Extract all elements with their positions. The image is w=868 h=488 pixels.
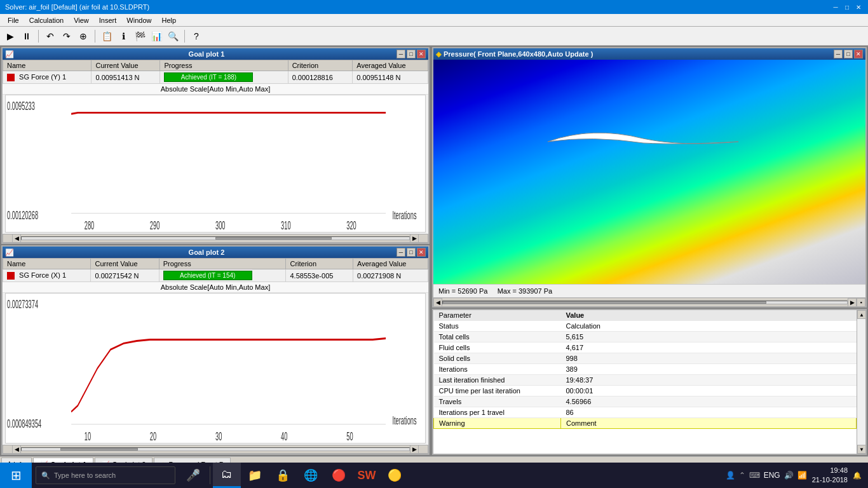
goal-plot-1-close[interactable]: ✕ <box>417 50 426 58</box>
goal-plot-2-window: 📈 Goal plot 2 ─ □ ✕ Name Current Value P… <box>1 245 430 455</box>
chart-2-svg: 0.00273374 0.000849354 Iterations 10 20 … <box>6 294 425 443</box>
info-value-iterations: 389 <box>561 364 857 375</box>
goal-plot-2-close[interactable]: ✕ <box>417 248 426 257</box>
taskbar-sw-button[interactable]: SW <box>353 463 381 488</box>
menu-help[interactable]: Help <box>156 15 181 25</box>
pressure-scroll-left[interactable]: ◀ <box>433 298 442 307</box>
menu-view[interactable]: View <box>69 15 94 25</box>
taskbar-left: ⊞ 🔍 Type here to search 🎤 🗂 📁 🔒 🌐 🔴 SW 🟡 <box>0 463 409 488</box>
col2-name: Name <box>3 259 91 269</box>
right-panel: ◈ Pressure( Front Plane,640x480,Auto Upd… <box>431 46 868 456</box>
goal-plot-1-minimize[interactable]: ─ <box>397 50 405 58</box>
info-param-solidcells: Solid cells <box>434 353 561 364</box>
svg-text:0.000849354: 0.000849354 <box>7 417 41 430</box>
col2-criterion: Criterion <box>286 259 353 269</box>
pressure-title-bar: ◈ Pressure( Front Plane,640x480,Auto Upd… <box>433 48 865 60</box>
goal-1-criterion: 0.000128816 <box>288 71 353 84</box>
menu-calculation[interactable]: Calculation <box>24 15 69 25</box>
pause-button[interactable]: ⏸ <box>19 29 34 44</box>
chevron-up-icon[interactable]: ⌃ <box>739 471 745 480</box>
close-button[interactable]: ✕ <box>854 3 863 11</box>
main-content: 📈 Goal plot 1 ─ □ ✕ Name Current Value P… <box>0 46 868 456</box>
pressure-controls: ─ □ ✕ <box>834 50 863 58</box>
undo-button[interactable]: ↶ <box>43 29 58 44</box>
scroll-left-2[interactable]: ◀ <box>12 445 21 454</box>
menu-insert[interactable]: Insert <box>94 15 122 25</box>
goal-1-progress: Achieved (IT = 188) <box>160 71 288 84</box>
goal-plot-1-maximize[interactable]: □ <box>407 50 416 58</box>
info-button[interactable]: ℹ <box>116 29 131 44</box>
info-table-vscrollbar[interactable]: ▲ ▼ <box>857 310 865 454</box>
goal-plot-2-minimize[interactable]: ─ <box>397 248 405 257</box>
pressure-minimize[interactable]: ─ <box>834 50 843 58</box>
scrollbar-track-2[interactable] <box>21 447 410 451</box>
taskbar-clock[interactable]: 19:48 21-10-2018 <box>812 466 848 485</box>
help-button[interactable]: ? <box>189 29 204 44</box>
pressure-maximize[interactable]: □ <box>844 50 853 58</box>
taskbar-mic-button[interactable]: 🎤 <box>179 463 207 488</box>
maximize-button[interactable]: □ <box>843 3 851 11</box>
goal-plot-2-scrollbar[interactable]: ◀ ▶ <box>3 445 428 454</box>
start-button[interactable]: ⊞ <box>0 463 32 488</box>
redo-button[interactable]: ↷ <box>59 29 74 44</box>
taskbar-app-button[interactable]: 🟡 <box>381 463 409 488</box>
play-button[interactable]: ▶ <box>3 29 18 44</box>
goal-plot-1-controls: ─ □ ✕ <box>397 50 426 58</box>
info-row-totalcells: Total cells 5,615 <box>434 332 857 342</box>
info-value-lastiter: 19:48:37 <box>561 375 857 386</box>
notification-icon[interactable]: 🔔 <box>853 471 862 480</box>
vscroll-up[interactable]: ▲ <box>857 310 866 319</box>
zoom-button[interactable]: ⊕ <box>76 29 91 44</box>
pressure-title-text: Pressure( Front Plane,640x480,Auto Updat… <box>444 50 593 58</box>
report-button[interactable]: 📋 <box>99 29 114 44</box>
menu-file[interactable]: File <box>3 15 24 25</box>
svg-text:0.00120268: 0.00120268 <box>7 209 38 222</box>
search-button[interactable]: 🔍 <box>165 29 180 44</box>
svg-text:310: 310 <box>281 219 291 232</box>
search-bar[interactable]: 🔍 Type here to search <box>36 466 175 484</box>
airfoil-svg <box>541 123 745 161</box>
info-param-lastiter: Last iteration finished <box>434 375 561 386</box>
chart-button[interactable]: 📊 <box>149 29 164 44</box>
taskbar-folder-button[interactable]: 📁 <box>241 463 269 488</box>
minimize-button[interactable]: ─ <box>831 3 840 11</box>
scroll-right-1[interactable]: ▶ <box>410 234 419 243</box>
taskbar-chrome-button[interactable]: 🔴 <box>325 463 353 488</box>
info-value-itertravel: 86 <box>561 407 857 418</box>
toolbar-separator-2 <box>95 30 95 43</box>
info-row-fluidcells: Fluid cells 4,617 <box>434 342 857 353</box>
taskbar-lock-button[interactable]: 🔒 <box>269 463 297 488</box>
taskbar-sep <box>210 466 210 484</box>
scrollbar-track-1[interactable] <box>21 236 410 240</box>
col-current-1: Current Value <box>92 60 160 71</box>
volume-icon[interactable]: 🔊 <box>784 471 794 480</box>
chart-1-svg: 0.0095233 0.00120268 Iterations 280 290 … <box>6 95 425 232</box>
pressure-footer: Min = 52690 Pa Max = 393907 Pa <box>433 284 865 297</box>
goal-plot-2-title-icon: 📈 <box>5 248 14 257</box>
info-value-travels: 4.56966 <box>561 396 857 407</box>
keyboard-icon: ⌨ <box>749 471 760 480</box>
pressure-scroll-right[interactable]: ▶ <box>848 298 857 307</box>
svg-text:40: 40 <box>281 430 287 443</box>
scrollbar-thumb-1[interactable] <box>215 237 332 240</box>
goal-plot-2-maximize[interactable]: □ <box>407 248 416 257</box>
sys-tray-icons: 👤 ⌃ ⌨ ENG 🔊 📶 <box>726 471 807 480</box>
scroll-right-2[interactable]: ▶ <box>410 445 419 454</box>
pressure-scrollbar[interactable]: ◀ ▶ ▪ <box>433 297 865 306</box>
wifi-icon[interactable]: 📶 <box>797 471 807 480</box>
col2-progress: Progress <box>159 259 286 269</box>
network-icon: 👤 <box>726 471 735 480</box>
goal-plot-1-scrollbar[interactable]: ◀ ▶ <box>3 234 428 243</box>
taskbar-edge-button[interactable]: 🌐 <box>297 463 325 488</box>
clock-date: 21-10-2018 <box>812 475 848 485</box>
flag-button[interactable]: 🏁 <box>132 29 147 44</box>
vscroll-down[interactable]: ▼ <box>857 445 866 454</box>
scrollbar-thumb-2[interactable] <box>60 448 138 451</box>
goal-1-averaged: 0.00951148 N <box>353 71 428 84</box>
search-icon: 🔍 <box>41 471 50 480</box>
pressure-scroll-corner[interactable]: ▪ <box>857 298 865 307</box>
taskbar-files-button[interactable]: 🗂 <box>213 463 241 488</box>
menu-window[interactable]: Window <box>121 15 156 25</box>
pressure-close[interactable]: ✕ <box>854 50 863 58</box>
scroll-left-1[interactable]: ◀ <box>12 234 21 243</box>
